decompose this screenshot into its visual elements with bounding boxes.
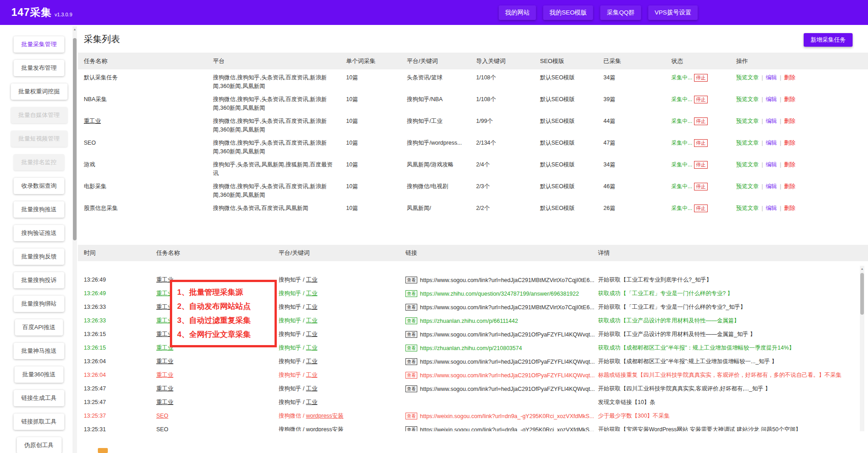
- log-url[interactable]: https://www.zhihu.com/question/324787199…: [420, 291, 579, 297]
- sidebar-item[interactable]: 批量神马推送: [14, 343, 64, 359]
- view-badge[interactable]: 查看: [405, 331, 417, 338]
- task-name[interactable]: 电影采集: [84, 178, 213, 191]
- task-name[interactable]: SEO: [84, 135, 213, 147]
- delete-link[interactable]: 删除: [784, 161, 796, 168]
- sidebar-item[interactable]: 批量360推送: [14, 366, 63, 383]
- sidebar-item[interactable]: 百度API推送: [15, 319, 63, 336]
- preview-article-link[interactable]: 预览文章: [736, 74, 759, 81]
- log-task-name[interactable]: 重工业: [156, 372, 174, 378]
- top-nav-item[interactable]: 采集QQ群: [600, 5, 641, 20]
- view-badge[interactable]: 查看: [405, 426, 417, 432]
- log-keyword[interactable]: 工业: [306, 399, 317, 405]
- delete-link[interactable]: 删除: [784, 96, 796, 102]
- log-task-name[interactable]: SEO: [156, 413, 168, 419]
- log-scrollbar[interactable]: ▲: [860, 266, 864, 431]
- scrollbar-thumb[interactable]: [73, 38, 77, 240]
- view-badge[interactable]: 查看: [405, 372, 417, 379]
- view-badge[interactable]: 查看: [405, 277, 417, 283]
- stop-button[interactable]: 停止: [694, 183, 708, 190]
- stop-button[interactable]: 停止: [694, 161, 708, 169]
- log-url[interactable]: https://www.sogou.com/link?url=hedJjaC29…: [420, 359, 595, 365]
- log-task-name[interactable]: 重工业: [156, 358, 174, 365]
- sidebar-item[interactable]: 收录数据查询: [14, 178, 64, 194]
- sidebar-item[interactable]: 伪原创工具: [17, 437, 62, 453]
- sidebar-item[interactable]: 批量搜狗反馈: [14, 248, 64, 265]
- edit-link[interactable]: 编辑: [766, 183, 777, 190]
- sidebar-item[interactable]: 批量搜狗推送: [14, 201, 64, 218]
- stop-button[interactable]: 停止: [694, 139, 708, 147]
- preview-article-link[interactable]: 预览文章: [736, 96, 759, 102]
- delete-link[interactable]: 删除: [784, 205, 796, 211]
- task-name[interactable]: NBA采集: [84, 91, 213, 104]
- top-nav-item[interactable]: 我的网站: [499, 5, 536, 20]
- log-keyword[interactable]: 工业: [306, 358, 317, 365]
- view-badge[interactable]: 查看: [405, 413, 417, 419]
- edit-link[interactable]: 编辑: [766, 74, 777, 81]
- preview-article-link[interactable]: 预览文章: [736, 118, 759, 124]
- view-badge[interactable]: 查看: [405, 317, 417, 324]
- log-task-name[interactable]: SEO: [156, 426, 168, 431]
- log-url[interactable]: https://zhuanlan.zhihu.com/p/66111442: [420, 318, 518, 324]
- preview-article-link[interactable]: 预览文章: [736, 161, 759, 168]
- log-url[interactable]: https://www.sogou.com/link?url=hedJjaC29…: [420, 331, 595, 338]
- scrollbar-thumb[interactable]: [860, 273, 864, 315]
- sidebar-item[interactable]: 搜狗验证推送: [14, 225, 64, 241]
- log-keyword[interactable]: 工业: [306, 372, 317, 378]
- delete-link[interactable]: 删除: [784, 74, 796, 81]
- stop-button[interactable]: 停止: [694, 117, 708, 125]
- task-name[interactable]: 股票信息采集: [84, 200, 213, 213]
- task-name[interactable]: 游戏: [84, 156, 213, 169]
- stop-button[interactable]: 停止: [694, 96, 708, 103]
- scroll-up-icon[interactable]: ▲: [72, 27, 77, 32]
- task-name[interactable]: 默认采集任务: [84, 69, 213, 82]
- sidebar-item[interactable]: 批量采集管理: [14, 36, 64, 53]
- log-url[interactable]: https://www.sogou.com/link?url=hedJjaC29…: [420, 386, 595, 392]
- log-keyword[interactable]: 工业: [306, 290, 317, 297]
- sidebar-item[interactable]: 批量权重词挖掘: [11, 83, 68, 100]
- log-url[interactable]: https://www.sogou.com/link?url=hedJjaC29…: [420, 372, 595, 379]
- log-keyword[interactable]: 工业: [306, 317, 317, 324]
- view-badge[interactable]: 查看: [405, 358, 417, 365]
- delete-link[interactable]: 删除: [784, 118, 796, 124]
- stop-button[interactable]: 停止: [694, 74, 708, 82]
- stop-button[interactable]: 停止: [694, 205, 708, 212]
- log-keyword[interactable]: 工业: [306, 331, 317, 337]
- add-task-button[interactable]: 新增采集任务: [804, 33, 853, 47]
- sidebar-item[interactable]: 批量搜狗投诉: [14, 272, 64, 288]
- scroll-up-icon[interactable]: ▲: [860, 267, 864, 271]
- preview-article-link[interactable]: 预览文章: [736, 183, 759, 190]
- sidebar-item[interactable]: 链接生成工具: [14, 390, 64, 406]
- delete-link[interactable]: 删除: [784, 140, 796, 146]
- delete-link[interactable]: 删除: [784, 183, 796, 190]
- edit-link[interactable]: 编辑: [766, 161, 777, 168]
- task-name[interactable]: 重工业: [84, 113, 213, 126]
- log-task-name[interactable]: 重工业: [156, 399, 174, 405]
- log-keyword[interactable]: 工业: [306, 304, 317, 310]
- log-keyword[interactable]: 工业: [306, 277, 317, 283]
- log-keyword[interactable]: 工业: [306, 385, 317, 392]
- log-keyword[interactable]: wordpress安装: [306, 426, 343, 432]
- view-badge[interactable]: 查看: [405, 290, 417, 297]
- top-nav-item[interactable]: VPS拨号设置: [648, 5, 698, 20]
- log-url[interactable]: https://www.sogou.com/link?url=hedJjaC29…: [420, 277, 594, 283]
- log-url[interactable]: https://www.sogou.com/link?url=hedJjaC29…: [420, 304, 594, 311]
- log-task-name[interactable]: 重工业: [156, 385, 174, 392]
- log-url[interactable]: https://zhuanlan.zhihu.com/p/210803574: [420, 345, 522, 351]
- sidebar-item[interactable]: 批量短视频管理: [11, 131, 68, 147]
- view-badge[interactable]: 查看: [405, 345, 417, 351]
- log-url[interactable]: https://weixin.sogou.com/link?url=dn9a_-…: [420, 413, 594, 419]
- sidebar-item[interactable]: 批量自媒体管理: [11, 107, 68, 123]
- log-url[interactable]: https://weixin.sogou.com/link?url=dn9a_-…: [420, 427, 594, 432]
- preview-article-link[interactable]: 预览文章: [736, 140, 759, 146]
- sidebar-item[interactable]: 批量排名监控: [14, 154, 64, 170]
- view-badge[interactable]: 查看: [405, 304, 417, 311]
- edit-link[interactable]: 编辑: [766, 140, 777, 146]
- preview-article-link[interactable]: 预览文章: [736, 205, 759, 211]
- log-keyword[interactable]: 工业: [306, 345, 317, 351]
- view-badge[interactable]: 查看: [405, 385, 417, 392]
- sidebar-item[interactable]: 链接抓取工具: [14, 414, 64, 430]
- sidebar-item[interactable]: 批量发布管理: [14, 60, 64, 76]
- log-keyword[interactable]: wordpress安装: [306, 413, 343, 419]
- top-nav-item[interactable]: 我的SEO模版: [543, 5, 593, 20]
- edit-link[interactable]: 编辑: [766, 118, 777, 124]
